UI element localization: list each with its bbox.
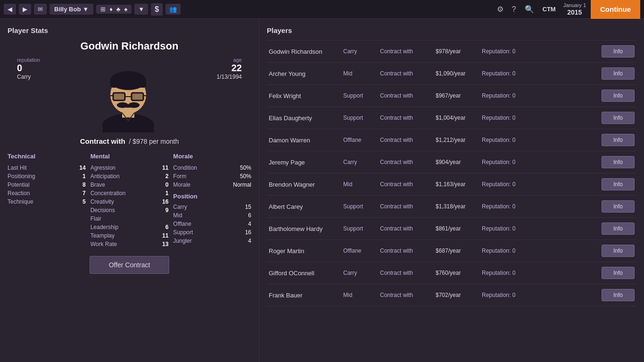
player-list-reputation: Reputation: 0 — [482, 70, 598, 77]
player-list-salary: $967/year — [436, 92, 478, 99]
player-list-row: Gifford OConnell Carry Contract with $76… — [267, 262, 636, 284]
technical-stat-row: Technique5 — [8, 197, 86, 206]
stat-name: Brave — [91, 181, 105, 188]
info-button[interactable]: Info — [602, 267, 635, 279]
user-menu[interactable]: Billy Bob ▼ — [50, 4, 93, 15]
player-role: Carry — [17, 74, 40, 80]
dollar-button[interactable]: $ — [151, 3, 163, 16]
reputation-label: reputation — [17, 57, 40, 63]
main-content: Player Stats Godwin Richardson reputatio… — [0, 19, 644, 362]
dropdown2-button[interactable]: ▼ — [134, 4, 148, 15]
help-button[interactable]: ? — [509, 3, 519, 16]
nav-icon-2[interactable]: ♦ — [108, 6, 114, 13]
player-info-row: reputation 0 Carry — [8, 57, 251, 132]
player-list-name: Roger Martin — [269, 247, 339, 255]
technical-stat-row: Reaction7 — [8, 189, 86, 197]
stat-value: 1 — [159, 190, 168, 197]
contract-row: Contract with / $978 per month — [8, 137, 251, 145]
position-header: Position — [173, 193, 251, 200]
forward-button[interactable]: ▶ — [19, 4, 31, 15]
stat-value: 5 — [76, 198, 86, 205]
player-list-row: Bartholomew Hardy Support Contract with … — [267, 218, 636, 240]
stat-value: 13 — [159, 241, 168, 247]
position-value: 15 — [245, 204, 251, 210]
player-list-reputation: Reputation: 0 — [482, 137, 598, 143]
player-list-reputation: Reputation: 0 — [482, 203, 598, 210]
stat-name: Potential — [8, 181, 30, 188]
nav-icon-4[interactable]: ♠ — [123, 6, 129, 13]
nav-icon-1[interactable]: ⊞ — [99, 6, 107, 13]
player-list-row: Archer Young Mid Contract with $1,090/ye… — [267, 63, 636, 85]
continue-button[interactable]: Continue — [591, 0, 640, 19]
morale-col: Morale Condition50%Form50%MoraleNormal P… — [173, 153, 251, 248]
morale-stat-row: MoraleNormal — [173, 181, 251, 189]
players-title: Players — [267, 26, 636, 34]
right-panel: Players Godwin Richardson Carry Contract… — [259, 19, 644, 362]
stat-name: Reaction — [8, 190, 30, 197]
nav-icons-group: ⊞ ♦ ♣ ♠ — [96, 5, 132, 14]
player-list-contract: Contract with — [380, 270, 432, 276]
people-button[interactable]: 👥 — [165, 4, 181, 15]
mental-stat-row: Teamplay11 — [91, 231, 169, 240]
player-list-contract: Contract with — [380, 247, 432, 254]
position-value: 4 — [248, 238, 251, 244]
age-value: 22 — [217, 63, 242, 74]
stat-name: Teamplay — [91, 232, 115, 239]
position-name: Mid — [173, 212, 182, 219]
settings-button[interactable]: ⚙ — [494, 3, 506, 16]
position-name: Offlane — [173, 221, 191, 227]
mental-stat-row: Decisions9 — [91, 206, 169, 214]
info-button[interactable]: Info — [602, 222, 635, 235]
mental-col: Mental Agression11Anticipation2Brave0Con… — [91, 153, 169, 248]
position-name: Support — [173, 229, 193, 236]
user-dropdown-icon: ▼ — [83, 6, 89, 13]
technical-stat-row: Potential8 — [8, 181, 86, 189]
stat-name: Agression — [91, 165, 116, 171]
info-button[interactable]: Info — [602, 289, 635, 301]
player-list-role: Offlane — [343, 137, 376, 143]
player-list-name: Jeremy Page — [269, 159, 339, 166]
info-button[interactable]: Info — [602, 67, 635, 80]
morale-label: Condition — [173, 165, 197, 171]
top-nav: ◀ ▶ ✉ Billy Bob ▼ ⊞ ♦ ♣ ♠ ▼ $ 👥 ⚙ ? 🔍 CT… — [0, 0, 644, 19]
info-button[interactable]: Info — [602, 245, 635, 257]
info-button[interactable]: Info — [602, 134, 635, 146]
player-list-reputation: Reputation: 0 — [482, 270, 598, 276]
info-button[interactable]: Info — [602, 200, 635, 213]
stat-name: Last Hit — [8, 165, 27, 171]
info-button[interactable]: Info — [602, 156, 635, 168]
player-list-contract: Contract with — [380, 225, 432, 232]
position-value: 16 — [245, 229, 251, 236]
player-list-row: Brendon Wagner Mid Contract with $1,163/… — [267, 173, 636, 196]
info-button[interactable]: Info — [602, 45, 635, 58]
player-list-role: Support — [343, 92, 376, 99]
player-list-row: Roger Martin Offlane Contract with $687/… — [267, 240, 636, 262]
search-button[interactable]: 🔍 — [522, 3, 537, 16]
position-stat-row: Jungler4 — [173, 237, 251, 245]
player-list-row: Frank Bauer Mid Contract with $702/year … — [267, 284, 636, 306]
morale-value: 50% — [240, 173, 251, 180]
player-list-reputation: Reputation: 0 — [482, 48, 598, 55]
stat-value: 2 — [159, 173, 168, 180]
mental-header: Mental — [91, 153, 169, 160]
player-list-name: Gifford OConnell — [269, 270, 339, 277]
stat-value: 1 — [76, 173, 86, 180]
nav-icon-3[interactable]: ♣ — [115, 6, 122, 13]
player-list-name: Godwin Richardson — [269, 48, 339, 55]
back-button[interactable]: ◀ — [4, 4, 16, 15]
technical-stats-list: Last Hit14Positioning1Potential8Reaction… — [8, 164, 86, 206]
year-label: 2015 — [563, 8, 586, 16]
player-list-role: Mid — [343, 292, 376, 298]
info-button[interactable]: Info — [602, 112, 635, 124]
info-button[interactable]: Info — [602, 178, 635, 190]
player-list-name: Felix Wright — [269, 92, 339, 99]
stat-name: Concentration — [91, 190, 126, 197]
offer-contract-button[interactable]: Offer Contract — [90, 256, 170, 274]
mail-button[interactable]: ✉ — [34, 4, 47, 15]
player-list-role: Offlane — [343, 247, 376, 254]
player-list-contract: Contract with — [380, 92, 432, 99]
mental-stat-row: Work Rate13 — [91, 240, 169, 248]
info-button[interactable]: Info — [602, 90, 635, 102]
player-list-reputation: Reputation: 0 — [482, 225, 598, 232]
player-list-row: Elias Daugherty Support Contract with $1… — [267, 107, 636, 129]
